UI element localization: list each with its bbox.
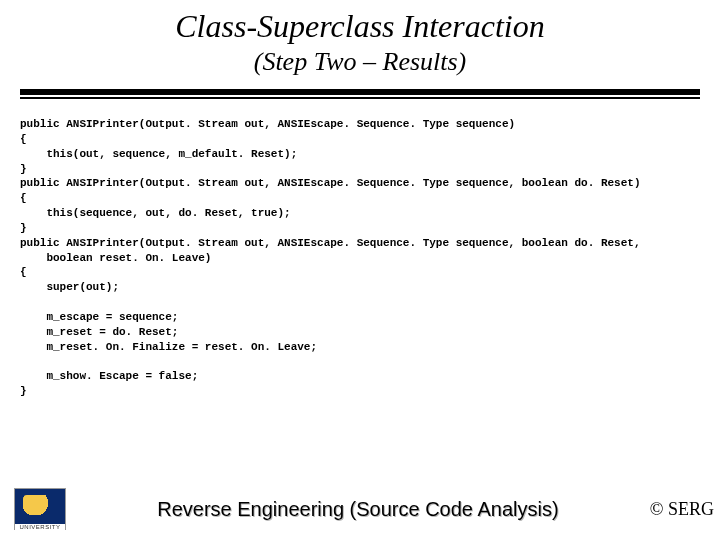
slide-subtitle: (Step Two – Results) [0,47,720,77]
code-block: public ANSIPrinter(Output. Stream out, A… [20,117,700,399]
rule-thick [20,89,700,95]
logo-label: UNIVERSITY [15,524,65,530]
drexel-logo: UNIVERSITY [14,488,66,530]
footer: UNIVERSITY Reverse Engineering (Source C… [0,488,720,530]
footer-title: Reverse Engineering (Source Code Analysi… [66,498,650,521]
rule-thin [20,97,700,99]
copyright: © SERG [650,499,714,520]
title-rule [20,89,700,99]
slide-title: Class-Superclass Interaction [0,8,720,45]
